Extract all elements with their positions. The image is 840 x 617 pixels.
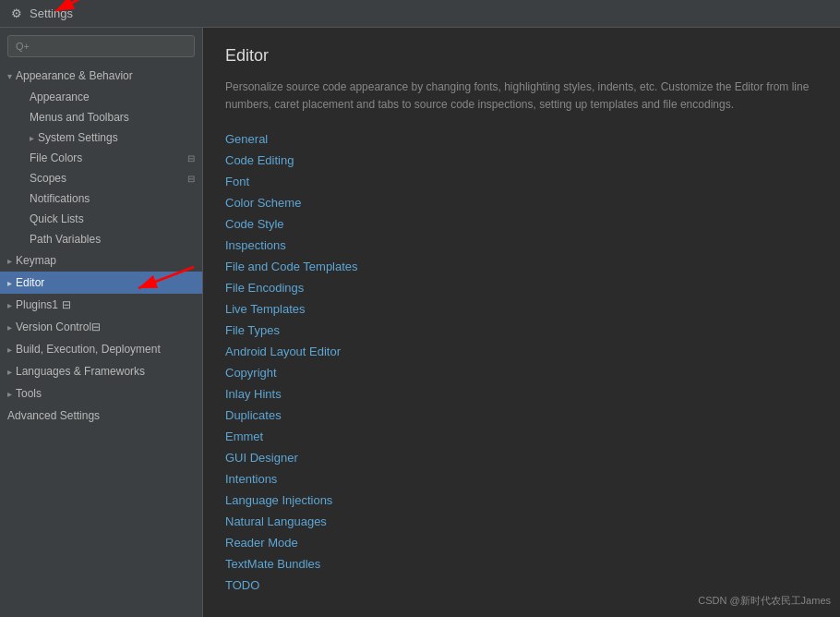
main-layout: Q+ Appearance & Behavior Appearance Menu… bbox=[0, 28, 840, 617]
title-bar: ⚙ Settings bbox=[0, 0, 840, 28]
link-natural-languages[interactable]: Natural Languages bbox=[225, 514, 818, 528]
link-duplicates[interactable]: Duplicates bbox=[225, 408, 818, 422]
sidebar-item-editor[interactable]: Editor bbox=[0, 272, 202, 294]
link-copyright[interactable]: Copyright bbox=[225, 366, 818, 380]
sidebar-item-appearance-behavior[interactable]: Appearance & Behavior bbox=[0, 65, 202, 87]
chevron-vc-icon bbox=[7, 322, 12, 333]
chevron-icon bbox=[7, 71, 12, 81]
editor-row-container: Editor bbox=[0, 272, 202, 294]
link-file-code-templates[interactable]: File and Code Templates bbox=[225, 260, 818, 273]
sidebar-item-version-control[interactable]: Version Control ⊟ bbox=[0, 316, 202, 338]
link-todo[interactable]: TODO bbox=[225, 578, 818, 592]
link-code-editing[interactable]: Code Editing bbox=[225, 153, 818, 167]
link-language-injections[interactable]: Language Injections bbox=[225, 493, 818, 507]
chevron-plugins-icon bbox=[7, 300, 12, 310]
chevron-languages-icon bbox=[7, 367, 12, 377]
plugins-badge: 1 bbox=[52, 298, 58, 311]
link-live-templates[interactable]: Live Templates bbox=[225, 302, 818, 316]
settings-icon: ⚙ bbox=[9, 6, 24, 21]
link-file-types[interactable]: File Types bbox=[225, 323, 818, 337]
search-input[interactable] bbox=[33, 40, 186, 53]
link-color-scheme[interactable]: Color Scheme bbox=[225, 196, 818, 210]
link-code-style[interactable]: Code Style bbox=[225, 217, 818, 231]
sidebar-item-quick-lists[interactable]: Quick Lists bbox=[0, 209, 202, 229]
nav-tree: Appearance & Behavior Appearance Menus a… bbox=[0, 65, 202, 617]
sidebar-item-path-variables[interactable]: Path Variables bbox=[0, 229, 202, 249]
link-font[interactable]: Font bbox=[225, 175, 818, 188]
link-textmate-bundles[interactable]: TextMate Bundles bbox=[225, 557, 818, 571]
chevron-keymap-icon bbox=[7, 256, 12, 266]
link-intentions[interactable]: Intentions bbox=[225, 472, 818, 486]
search-box[interactable]: Q+ bbox=[7, 35, 195, 57]
vc-icon: ⊟ bbox=[91, 321, 101, 333]
content-links: General Code Editing Font Color Scheme C… bbox=[225, 132, 818, 592]
chevron-system-icon: ▸ bbox=[30, 133, 34, 143]
file-colors-icon: ⊟ bbox=[187, 153, 195, 163]
link-inlay-hints[interactable]: Inlay Hints bbox=[225, 387, 818, 401]
sidebar-item-advanced-settings[interactable]: Advanced Settings bbox=[0, 405, 202, 427]
scopes-icon: ⊟ bbox=[187, 174, 195, 184]
link-reader-mode[interactable]: Reader Mode bbox=[225, 536, 818, 550]
sidebar-item-menus-toolbars[interactable]: Menus and Toolbars bbox=[0, 107, 202, 127]
sidebar-item-languages[interactable]: Languages & Frameworks bbox=[0, 360, 202, 382]
chevron-editor-icon bbox=[7, 278, 12, 288]
sidebar-item-notifications[interactable]: Notifications bbox=[0, 188, 202, 209]
link-general[interactable]: General bbox=[225, 132, 818, 146]
content-description: Personalize source code appearance by ch… bbox=[225, 79, 818, 114]
watermark: CSDN @新时代农民工James bbox=[698, 594, 831, 608]
chevron-build-icon bbox=[7, 345, 12, 355]
content-title: Editor bbox=[225, 46, 818, 66]
title-bar-label: Settings bbox=[30, 6, 73, 20]
content-area: Editor Personalize source code appearanc… bbox=[203, 28, 840, 617]
appearance-behavior-children: Appearance Menus and Toolbars ▸ System S… bbox=[0, 87, 202, 249]
sidebar-item-plugins[interactable]: Plugins 1 ⊟ bbox=[0, 294, 202, 316]
link-gui-designer[interactable]: GUI Designer bbox=[225, 451, 818, 465]
sidebar-item-tools[interactable]: Tools bbox=[0, 382, 202, 405]
sidebar-item-build-execution[interactable]: Build, Execution, Deployment bbox=[0, 338, 202, 360]
sidebar: Q+ Appearance & Behavior Appearance Menu… bbox=[0, 28, 203, 617]
sidebar-item-system-settings[interactable]: ▸ System Settings bbox=[0, 127, 202, 148]
sidebar-item-appearance[interactable]: Appearance bbox=[0, 87, 202, 107]
link-inspections[interactable]: Inspections bbox=[225, 238, 818, 252]
sidebar-item-scopes[interactable]: Scopes ⊟ bbox=[0, 168, 202, 188]
plugins-settings-icon: ⊟ bbox=[62, 298, 71, 311]
link-android-layout-editor[interactable]: Android Layout Editor bbox=[225, 345, 818, 358]
search-icon: Q+ bbox=[16, 41, 30, 52]
sidebar-item-file-colors[interactable]: File Colors ⊟ bbox=[0, 148, 202, 168]
chevron-tools-icon bbox=[7, 389, 12, 399]
link-file-encodings[interactable]: File Encodings bbox=[225, 281, 818, 295]
sidebar-item-keymap[interactable]: Keymap bbox=[0, 249, 202, 272]
link-emmet[interactable]: Emmet bbox=[225, 429, 818, 443]
sidebar-label-appearance-behavior: Appearance & Behavior bbox=[16, 69, 133, 82]
